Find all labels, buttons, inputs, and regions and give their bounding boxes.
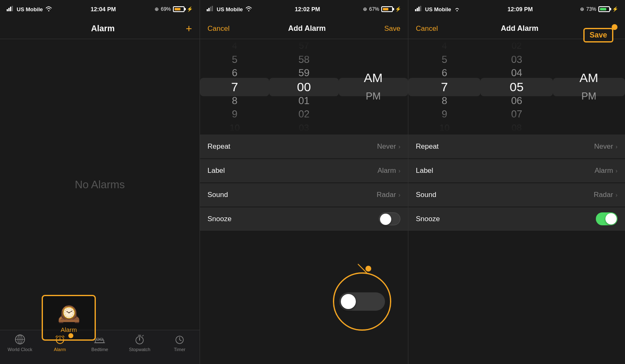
hour-8: 8 bbox=[200, 94, 269, 108]
carrier-name-1: US Mobile bbox=[17, 6, 43, 12]
sound-label-2: Sound bbox=[208, 191, 377, 199]
svg-rect-3 bbox=[12, 6, 13, 11]
period-column-2[interactable]: AM PM bbox=[339, 39, 408, 135]
hour-6: 6 bbox=[200, 66, 269, 80]
cancel-button-2[interactable]: Cancel bbox=[208, 25, 230, 33]
min-03: 03 bbox=[269, 121, 338, 135]
alarm-nav-bar: Alarm + bbox=[0, 18, 200, 39]
svg-line-20 bbox=[142, 335, 143, 336]
repeat-label-3: Repeat bbox=[416, 142, 594, 151]
stopwatch-icon bbox=[134, 334, 145, 345]
snooze-toggle-thumb-3 bbox=[605, 213, 617, 224]
label-value-3: Alarm bbox=[595, 167, 613, 175]
label-chevron-3: › bbox=[615, 167, 618, 174]
alarm-list-panel: US Mobile 12:04 PM ⊕ 69% ⚡ Alarm + No Al… bbox=[0, 0, 200, 364]
label-chevron-2: › bbox=[398, 167, 400, 174]
alarm-icon-label: Alarm bbox=[60, 326, 77, 333]
period-pm: PM bbox=[339, 87, 408, 105]
status-bar-3: US Mobile 12:09 PM ⊕ 73% ⚡ bbox=[408, 0, 625, 18]
sound-row-3[interactable]: Sound Radar › bbox=[408, 183, 625, 207]
hour-8-p3: 8 bbox=[408, 94, 480, 108]
label-row-2[interactable]: Label Alarm › bbox=[200, 159, 408, 182]
svg-rect-30 bbox=[420, 6, 421, 11]
world-clock-icon bbox=[14, 334, 26, 345]
wifi-icon-1 bbox=[45, 6, 52, 12]
tab-label-alarm: Alarm bbox=[54, 347, 66, 352]
status-carrier-1: US Mobile bbox=[7, 6, 52, 12]
sound-row-2[interactable]: Sound Radar › bbox=[200, 183, 408, 207]
add-alarm-title-3: Add Alarm bbox=[501, 24, 538, 33]
signal-icon-1 bbox=[7, 6, 14, 12]
svg-rect-25 bbox=[212, 6, 213, 11]
alarm-nav-title: Alarm bbox=[91, 24, 115, 33]
tab-world-clock[interactable]: World Clock bbox=[0, 334, 40, 352]
add-alarm-panel-2: US Mobile 12:02 PM ⊕ 67% ⚡ Cancel Add Al… bbox=[200, 0, 408, 364]
hour-column-2[interactable]: 4 5 6 7 8 9 10 bbox=[200, 39, 269, 135]
save-button-2[interactable]: Save bbox=[384, 25, 400, 33]
min-01: 01 bbox=[269, 94, 338, 108]
save-dot-indicator bbox=[612, 24, 618, 30]
period-column-3[interactable]: AM PM bbox=[553, 39, 625, 135]
repeat-value-3: Never bbox=[594, 142, 613, 151]
settings-list-3: Repeat Never › Label Alarm › Sound Radar… bbox=[408, 135, 625, 364]
hour-column-3[interactable]: 4 5 6 7 8 9 10 bbox=[408, 39, 480, 135]
hour-5-p3: 5 bbox=[408, 53, 480, 67]
repeat-value-2: Never bbox=[377, 142, 396, 151]
snooze-toggle-3[interactable] bbox=[596, 212, 618, 225]
location-icon-3: ⊕ bbox=[580, 6, 584, 12]
snooze-label-3: Snooze bbox=[416, 215, 596, 223]
carrier-name-2: US Mobile bbox=[217, 6, 243, 12]
repeat-row-2[interactable]: Repeat Never › bbox=[200, 135, 408, 158]
time-picker-3[interactable]: 4 5 6 7 8 9 10 02 03 04 05 06 07 08 AM P… bbox=[408, 39, 625, 135]
snooze-row-3[interactable]: Snooze bbox=[408, 207, 625, 231]
repeat-chevron-2: › bbox=[398, 143, 400, 150]
tab-timer[interactable]: Timer bbox=[160, 334, 200, 352]
add-alarm-button[interactable]: + bbox=[186, 22, 192, 35]
minute-column-2[interactable]: 57 58 59 00 01 02 03 bbox=[269, 39, 338, 135]
label-row-3[interactable]: Label Alarm › bbox=[408, 159, 625, 182]
min-03-p3: 03 bbox=[480, 53, 552, 67]
svg-rect-28 bbox=[417, 8, 418, 11]
snooze-toggle-2[interactable] bbox=[379, 212, 400, 225]
hour-4-p3: 4 bbox=[408, 39, 480, 53]
svg-rect-27 bbox=[415, 9, 416, 11]
status-right-1: ⊕ 69% ⚡ bbox=[155, 6, 193, 12]
save-highlight-box[interactable]: Save bbox=[583, 28, 613, 42]
snooze-row-2[interactable]: Snooze bbox=[200, 207, 408, 231]
carrier-name-3: US Mobile bbox=[425, 6, 451, 12]
repeat-label-2: Repeat bbox=[208, 142, 377, 151]
wifi-icon-2 bbox=[245, 6, 252, 12]
svg-rect-0 bbox=[7, 9, 8, 11]
cancel-button-3[interactable]: Cancel bbox=[416, 25, 438, 33]
repeat-chevron-3: › bbox=[615, 143, 618, 150]
sound-value-3: Radar bbox=[594, 191, 613, 199]
period-am-p3: AM bbox=[553, 69, 625, 87]
status-bar-1: US Mobile 12:04 PM ⊕ 69% ⚡ bbox=[0, 0, 200, 18]
battery-pct-3: 73% bbox=[586, 6, 596, 12]
battery-fill-3 bbox=[600, 8, 606, 10]
add-alarm-nav-2: Cancel Add Alarm Save bbox=[200, 18, 408, 39]
svg-rect-1 bbox=[8, 8, 10, 11]
battery-icon-3 bbox=[598, 6, 610, 12]
min-02: 02 bbox=[269, 107, 338, 121]
tab-stopwatch[interactable]: Stopwatch bbox=[120, 334, 160, 352]
add-alarm-panel-3: US Mobile 12:09 PM ⊕ 73% ⚡ Cancel Add Al… bbox=[408, 0, 625, 364]
minute-column-3[interactable]: 02 03 04 05 06 07 08 bbox=[480, 39, 552, 135]
battery-icon-1 bbox=[173, 6, 185, 12]
battery-fill-1 bbox=[175, 8, 180, 10]
battery-pct-2: 67% bbox=[369, 6, 379, 12]
battery-pct-1: 69% bbox=[161, 6, 171, 12]
hour-4: 4 bbox=[200, 39, 269, 53]
status-time-3: 12:09 PM bbox=[508, 6, 533, 12]
repeat-row-3[interactable]: Repeat Never › bbox=[408, 135, 625, 158]
alarm-connector-dot bbox=[68, 333, 73, 338]
label-value-2: Alarm bbox=[378, 167, 396, 175]
min-00-selected: 00 bbox=[269, 80, 338, 94]
hour-6-p3: 6 bbox=[408, 66, 480, 80]
min-58: 58 bbox=[269, 53, 338, 67]
min-57: 57 bbox=[269, 39, 338, 53]
time-picker-2[interactable]: 4 5 6 7 8 9 10 57 58 59 00 01 02 03 AM P… bbox=[200, 39, 408, 135]
min-07-p3: 07 bbox=[480, 107, 552, 121]
tab-label-timer: Timer bbox=[174, 347, 185, 352]
battery-icon-2 bbox=[381, 6, 393, 12]
